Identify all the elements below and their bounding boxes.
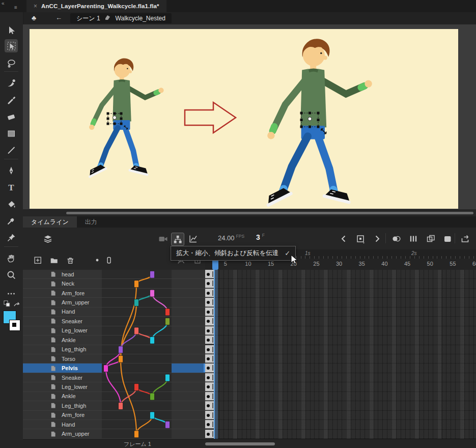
layer-row-hand[interactable]: Hand <box>23 307 205 317</box>
tool-eraser[interactable] <box>5 110 18 123</box>
stage-scrollbar[interactable] <box>23 209 476 216</box>
frame-span-cell[interactable] <box>205 270 214 278</box>
fps-value[interactable]: 24.00FPS <box>218 234 244 242</box>
parenting-view-button[interactable] <box>171 233 184 246</box>
tool-pen[interactable] <box>5 164 18 177</box>
current-frame-button[interactable] <box>354 233 367 245</box>
frame-span-cell[interactable] <box>205 382 214 391</box>
layer-list: head Neck Arm_fore Arm_upper Hand Sneake… <box>23 270 205 439</box>
parenting-column <box>102 270 172 278</box>
frame-span-cell[interactable] <box>205 317 214 325</box>
layers-stack-button[interactable] <box>42 233 54 245</box>
layer-row-tail <box>172 317 205 325</box>
frame-span-cell[interactable] <box>205 354 214 363</box>
insert-frame-button[interactable] <box>441 233 454 245</box>
tool-classic-brush[interactable] <box>5 93 18 106</box>
timeline-scrollbar-thumb[interactable] <box>205 442 275 445</box>
layer-row-leg_thigh[interactable]: Leg_thigh <box>23 345 205 354</box>
prev-frame-button[interactable] <box>338 233 350 245</box>
document-tab[interactable]: × AnCC_LayerParenting_Walkcycle.fla1.fla… <box>26 0 166 12</box>
breadcrumb-symbol[interactable]: Walkcycle_Nested <box>116 15 165 22</box>
show-all-button[interactable] <box>92 255 103 266</box>
next-frame-button[interactable] <box>371 233 383 245</box>
layer-row-sneaker[interactable]: Sneaker <box>23 317 205 326</box>
frames-grid[interactable] <box>214 270 476 439</box>
layer-row-neck[interactable]: Neck <box>23 279 205 288</box>
tool-more-tools[interactable] <box>5 287 18 300</box>
breadcrumb-scene[interactable]: シーン 1 <box>76 14 100 23</box>
frame-span-cell[interactable] <box>205 373 214 382</box>
frame-span-cell[interactable] <box>205 363 214 372</box>
stroke-color-swatch[interactable] <box>9 320 20 331</box>
layer-row-arm_upper[interactable]: Arm_upper <box>23 429 205 438</box>
library-club-icon[interactable]: ♣ <box>32 14 36 22</box>
tool-zoom[interactable] <box>5 268 18 282</box>
layer-row-leg_thigh[interactable]: Leg_thigh <box>23 401 205 410</box>
tool-selection[interactable] <box>5 23 18 37</box>
page-icon <box>49 280 57 288</box>
edit-multiple-frames-button[interactable] <box>425 233 437 245</box>
canvas[interactable] <box>30 29 458 209</box>
panel-menu-icon[interactable]: ≡ <box>14 5 17 10</box>
propagate-transform-menu-item[interactable]: 拡大・縮小、傾斜および反転を伝達 ✓ <box>171 246 296 261</box>
current-frame-value[interactable]: 3F <box>256 233 265 241</box>
add-layer-button[interactable] <box>32 255 43 266</box>
layer-row-ankle[interactable]: Ankle <box>23 335 205 345</box>
layer-row-arm_fore[interactable]: Arm_fore <box>23 411 205 420</box>
layer-row-tail <box>172 289 205 297</box>
default-swap-colors[interactable] <box>3 300 20 308</box>
stage-scrollbar-thumb[interactable] <box>66 212 473 214</box>
frame-span-cell[interactable] <box>205 279 214 288</box>
frame-span-cell[interactable] <box>205 335 214 344</box>
timeline-panel-tabs: タイムライン出力 <box>23 216 476 228</box>
layer-row-arm_fore[interactable]: Arm_fore <box>23 289 205 298</box>
delete-layer-button[interactable] <box>65 255 76 266</box>
frame-span-cell[interactable] <box>205 289 214 297</box>
current-frame-icon <box>355 234 366 244</box>
onion-skin-button[interactable] <box>390 233 402 245</box>
outline-all-button[interactable] <box>103 255 115 266</box>
tool-line[interactable] <box>5 144 18 157</box>
stage[interactable] <box>23 24 476 209</box>
layer-row-arm_upper[interactable]: Arm_upper <box>23 298 205 307</box>
tool-fluid-brush[interactable] <box>5 76 18 90</box>
frame-span-cell[interactable] <box>205 401 214 410</box>
back-button[interactable]: ← <box>55 14 62 21</box>
tool-text[interactable]: T <box>5 181 18 194</box>
frame-span-cell[interactable] <box>205 411 214 419</box>
frame-span-cell[interactable] <box>205 298 214 306</box>
close-tab-icon[interactable]: × <box>34 3 37 10</box>
frame-span-column[interactable] <box>205 270 214 439</box>
frame-span-cell[interactable] <box>205 420 214 429</box>
tool-lasso[interactable] <box>5 57 18 70</box>
tool-eyedropper[interactable] <box>5 214 18 228</box>
layer-row-torso[interactable]: Torso <box>23 354 205 363</box>
tool-hand[interactable] <box>5 251 18 265</box>
layer-row-leg_lower[interactable]: Leg_lower <box>23 382 205 391</box>
layer-row-ankle[interactable]: Ankle <box>23 392 205 401</box>
frame-span-cell[interactable] <box>205 326 214 335</box>
layer-row-sneaker[interactable]: Sneaker <box>23 373 205 382</box>
parenting-column <box>102 382 172 391</box>
tool-paint-bucket[interactable] <box>5 198 18 211</box>
layer-row-pelvis[interactable]: Pelvis <box>23 363 205 373</box>
layer-row-head[interactable]: head <box>23 270 205 279</box>
selection-icon <box>6 25 16 35</box>
frame-span-cell[interactable] <box>205 307 214 316</box>
graph-editor-button[interactable] <box>187 233 199 245</box>
layer-row-hand[interactable]: Hand <box>23 420 205 429</box>
add-folder-button[interactable] <box>48 255 60 266</box>
panel-tab-1[interactable]: 出力 <box>77 216 105 228</box>
tool-free-transform[interactable] <box>5 39 18 52</box>
frame-span-cell[interactable] <box>205 430 214 438</box>
frame-span-cell[interactable] <box>205 345 214 354</box>
onion-outline-button[interactable] <box>407 233 419 245</box>
panel-collapse-icon[interactable]: « <box>2 1 5 6</box>
camera-button[interactable] <box>157 233 169 245</box>
loop-button[interactable] <box>459 233 471 245</box>
frame-span-cell[interactable] <box>205 392 214 401</box>
panel-tab-0[interactable]: タイムライン <box>23 216 77 228</box>
tool-rectangle[interactable] <box>5 127 18 140</box>
tool-pin[interactable] <box>5 231 18 244</box>
layer-row-leg_lower[interactable]: Leg_lower <box>23 326 205 335</box>
